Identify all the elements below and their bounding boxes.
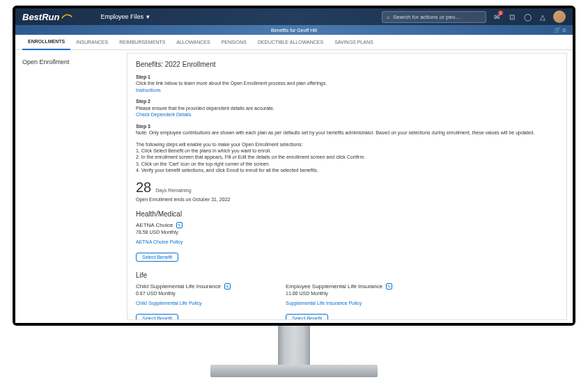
days-remaining-number: 28 [136,180,151,196]
edit-icon[interactable]: ✎ [224,283,231,290]
days-remaining-label: Days Remaining [155,188,191,193]
step3-title: Step 3 [136,123,558,129]
health-policy-link[interactable]: AETNA Choice Policy [136,239,219,245]
logo: BestRun [22,12,72,22]
step1-text: Click the link below to learn more about… [136,80,558,86]
tab-savings-plans[interactable]: SAVINGS PLANS [329,35,379,50]
employee-files-label: Employee Files [100,13,144,20]
cart-icon[interactable]: 🛒 0 [554,27,566,33]
page-title: Benefits: 2022 Enrollment [136,61,558,68]
enrollment-end-text: Open Enrollment ends on October 31, 2022 [136,197,558,202]
monitor-stand [210,326,378,377]
main-panel: Benefits: 2022 Enrollment Step 1 Click t… [127,53,567,320]
benefits-banner: Benefits for Geoff Hill 🛒 0 [15,25,573,35]
logo-text: BestRun [22,12,59,22]
tab-allowances[interactable]: ALLOWANCES [171,35,215,50]
step1-title: Step 1 [136,74,558,80]
top-bar: BestRun Employee Files ▾ ⌕ Search for ac… [15,8,573,25]
chat-icon[interactable]: ⊡ [507,12,517,22]
child-life-name: Child Supplemental Life Insurance [136,283,221,290]
employee-files-menu[interactable]: Employee Files ▾ [100,13,150,20]
instructions-intro: The following steps will enable you to m… [136,141,558,148]
select-benefit-health-button[interactable]: Select Benefit [136,253,178,262]
emp-life-policy-link[interactable]: Supplemental Life Insurance Policy [286,300,369,306]
instructions-link[interactable]: Instructions [136,87,558,93]
life-section-title: Life [136,271,558,279]
user-avatar[interactable] [553,10,566,23]
instructions-l1: 1. Click Select Benefit on the plans in … [136,148,558,154]
instructions-l4: 4. Verify your benefit selections, and c… [136,167,558,173]
instructions-l3: 3. Click on the 'Cart' icon on the top-r… [136,161,558,167]
sidebar: Open Enrollment [15,50,127,323]
emp-life-cost: 11.00 USD Monthly [286,291,435,296]
step2-text: Please ensure that the provided dependen… [136,105,558,111]
tab-pensions[interactable]: PENSIONS [216,35,252,50]
select-benefit-emp-life-button[interactable]: Select Benefit [286,314,328,320]
help-icon[interactable]: ◯ [523,12,532,22]
child-life-cost: 0.87 USD Monthly [136,291,286,296]
notif-badge: 2 [498,10,503,15]
search-icon: ⌕ [387,14,390,20]
tab-reimbursements[interactable]: REIMBURSEMENTS [114,35,171,50]
child-life-policy-link[interactable]: Child Supplemental Life Policy [136,300,219,306]
step2-title: Step 2 [136,98,558,104]
sidebar-title: Open Enrollment [22,58,120,65]
notifications-icon[interactable]: ✉2 [492,12,502,22]
logo-swoosh-icon [61,13,72,21]
tab-deductible-allowances[interactable]: DEDUCTIBLE ALLOWANCES [252,35,329,50]
health-section-title: Health/Medical [136,210,558,218]
edit-icon[interactable]: ✎ [386,283,392,290]
tab-insurances[interactable]: INSURANCES [70,35,114,50]
health-plan-name: AETNA Choice [136,222,173,228]
emp-life-name: Employee Supplemental Life Insurance [286,283,382,290]
tab-enrollments[interactable]: ENROLLMENTS [22,35,70,50]
edit-icon[interactable]: ✎ [176,222,183,228]
select-benefit-child-life-button[interactable]: Select Benefit [136,314,178,320]
tabs-bar: ENROLLMENTS INSURANCES REIMBURSEMENTS AL… [15,35,573,50]
health-plan-cost: 78.58 USD Monthly [136,230,558,235]
check-dependents-link[interactable]: Check Dependent Details [136,111,558,118]
chevron-down-icon: ▾ [146,13,150,20]
step3-text: Note: Only employee contributions are sh… [136,129,558,136]
global-search-input[interactable]: ⌕ Search for actions or peo… [382,11,486,23]
bell-icon[interactable]: △ [538,12,548,22]
search-placeholder: Search for actions or peo… [393,14,461,20]
benefits-banner-text: Benefits for Geoff Hill [271,28,317,33]
instructions-l2: 2. In the enrollment screen that appears… [136,154,558,160]
